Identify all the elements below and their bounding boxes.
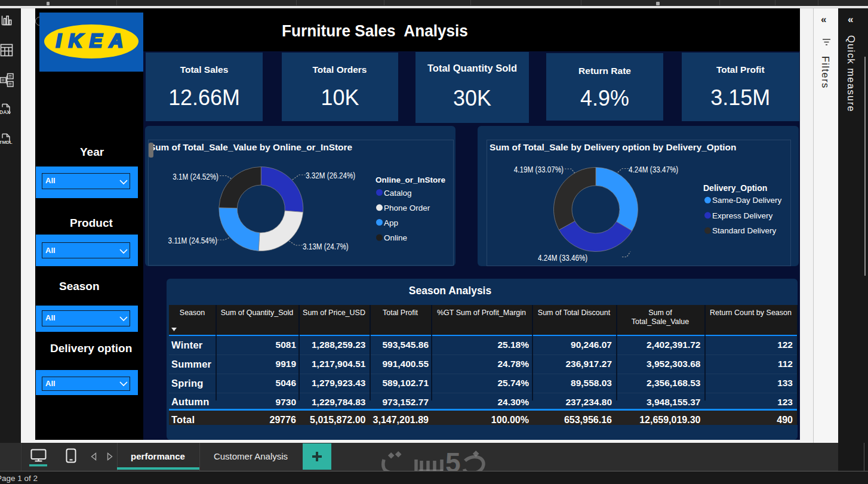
svg-text:DAX: DAX	[0, 109, 10, 115]
svg-text:TMDL: TMDL	[0, 140, 13, 145]
svg-text:IKEA: IKEA	[56, 30, 130, 51]
